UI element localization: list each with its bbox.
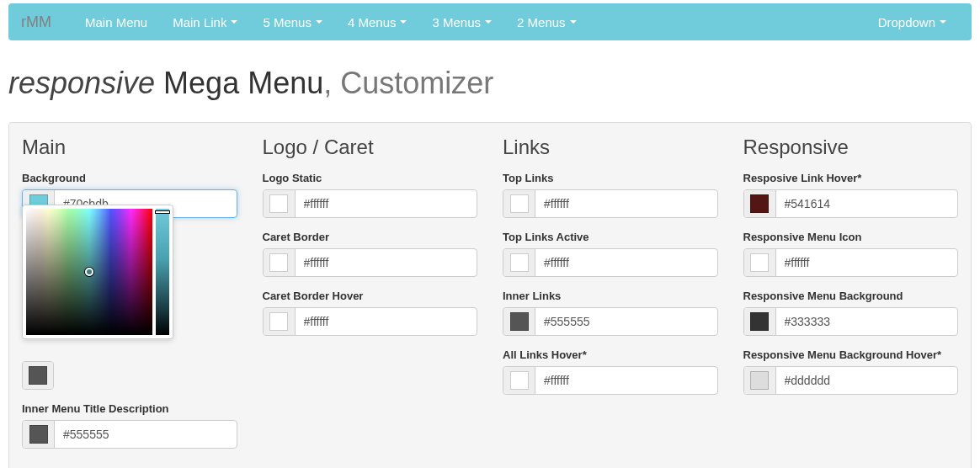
color-swatch [750, 371, 769, 390]
field-label: Inner Menu Title Description [22, 402, 237, 415]
color-input-group [263, 189, 478, 218]
field-label: Responsive Menu Background Hover* [743, 348, 959, 361]
col-heading: Responsive [743, 136, 959, 159]
swatch-addon[interactable] [264, 190, 296, 217]
color-input[interactable] [776, 249, 958, 276]
color-input[interactable] [55, 421, 237, 448]
field-label: Responsive Menu Background [743, 290, 959, 302]
color-input-group [503, 189, 718, 218]
nav-dropdown[interactable]: Dropdown [865, 3, 959, 40]
chevron-down-icon [485, 20, 492, 24]
color-input-group [743, 366, 959, 395]
color-input[interactable] [535, 367, 717, 394]
color-swatch [510, 371, 529, 390]
color-input-group [503, 248, 718, 277]
field-partial-swatch [22, 361, 237, 390]
nav-2-menus[interactable]: 2 Menus [504, 3, 589, 40]
field-label: Responsive Menu Icon [743, 231, 959, 243]
field-responsive-link-hover: Resposive Link Hover* [743, 172, 959, 218]
swatch-addon[interactable] [744, 367, 776, 394]
col-heading: Main [22, 136, 237, 159]
color-picker-hue-slider[interactable] [155, 210, 170, 214]
color-input-group [503, 307, 718, 336]
nav-5-menus[interactable]: 5 Menus [250, 3, 335, 40]
swatch-addon[interactable] [503, 308, 535, 335]
color-input[interactable] [296, 190, 477, 217]
col-heading: Links [503, 136, 718, 159]
nav-items: Main Menu Main Link 5 Menus 4 Menus 3 Me… [72, 3, 865, 40]
color-input[interactable] [776, 308, 958, 335]
nav-label: Main Link [173, 15, 226, 29]
columns: Main Background [22, 136, 958, 461]
color-picker [22, 205, 173, 339]
brand-logo[interactable]: rMM [21, 13, 64, 31]
color-input-group [263, 248, 478, 277]
color-input-group [263, 307, 478, 336]
field-label: Caret Border [263, 231, 478, 243]
chevron-down-icon [940, 20, 946, 24]
color-input[interactable] [776, 190, 958, 217]
color-swatch [269, 312, 288, 331]
swatch-addon[interactable] [23, 421, 55, 448]
nav-label: 2 Menus [517, 15, 566, 29]
col-logo: Logo / Caret Logo Static Caret Border Ca… [263, 136, 478, 461]
field-logo-static: Logo Static [263, 172, 478, 218]
swatch-addon[interactable] [744, 308, 776, 335]
color-input[interactable] [776, 367, 958, 394]
swatch-addon[interactable] [503, 190, 535, 217]
field-caret-border: Caret Border [263, 231, 478, 277]
field-label: Resposive Link Hover* [743, 172, 959, 184]
field-top-links-active: Top Links Active [503, 231, 718, 277]
nav-3-menus[interactable]: 3 Menus [419, 3, 504, 40]
color-input-group [743, 307, 959, 336]
navbar: rMM Main Menu Main Link 5 Menus 4 Menus … [8, 3, 972, 40]
swatch-addon[interactable] [264, 249, 296, 276]
chevron-down-icon [400, 20, 407, 24]
field-label: Caret Border Hover [263, 290, 478, 302]
customizer-panel: Main Background [8, 122, 972, 468]
swatch-addon[interactable] [264, 308, 296, 335]
color-swatch [510, 194, 529, 213]
color-input-group [22, 361, 54, 390]
color-swatch [750, 253, 769, 272]
page-title: responsive Mega Menu, Customizer [8, 66, 972, 101]
nav-label: 5 Menus [263, 15, 312, 29]
field-label: All Links Hover* [503, 348, 718, 361]
color-input-group [503, 366, 718, 395]
field-inner-links: Inner Links [503, 290, 718, 336]
nav-label: Dropdown [878, 15, 935, 29]
color-swatch [510, 253, 529, 272]
color-input[interactable] [296, 249, 477, 276]
color-input[interactable] [535, 308, 717, 335]
color-swatch [750, 312, 769, 331]
field-label: Logo Static [263, 172, 478, 184]
field-label: Background [22, 172, 237, 184]
color-swatch [29, 366, 47, 385]
swatch-addon[interactable] [744, 249, 776, 276]
field-responsive-menu-icon: Responsive Menu Icon [743, 231, 959, 277]
nav-label: Main Menu [85, 15, 147, 29]
swatch-addon[interactable] [744, 190, 776, 217]
swatch-addon[interactable] [503, 367, 535, 394]
title-bold: Mega Menu [163, 66, 323, 100]
swatch-addon[interactable] [23, 362, 53, 389]
title-em: responsive [8, 66, 155, 100]
title-light: , Customizer [323, 66, 493, 100]
swatch-addon[interactable] [503, 249, 535, 276]
color-input[interactable] [296, 308, 477, 335]
color-swatch [29, 425, 48, 444]
color-picker-saturation[interactable] [26, 209, 152, 335]
color-picker-cursor[interactable] [85, 268, 93, 276]
nav-4-menus[interactable]: 4 Menus [335, 3, 420, 40]
nav-main-link[interactable]: Main Link [160, 3, 250, 40]
nav-label: 4 Menus [348, 15, 397, 29]
color-swatch [750, 194, 769, 213]
chevron-down-icon [316, 20, 322, 24]
field-responsive-menu-background: Responsive Menu Background [743, 290, 959, 336]
nav-main-menu[interactable]: Main Menu [72, 3, 160, 40]
color-picker-hue[interactable] [156, 209, 169, 335]
color-input[interactable] [535, 249, 717, 276]
field-label: Top Links Active [503, 231, 718, 243]
chevron-down-icon [570, 20, 577, 24]
color-input[interactable] [535, 190, 717, 217]
